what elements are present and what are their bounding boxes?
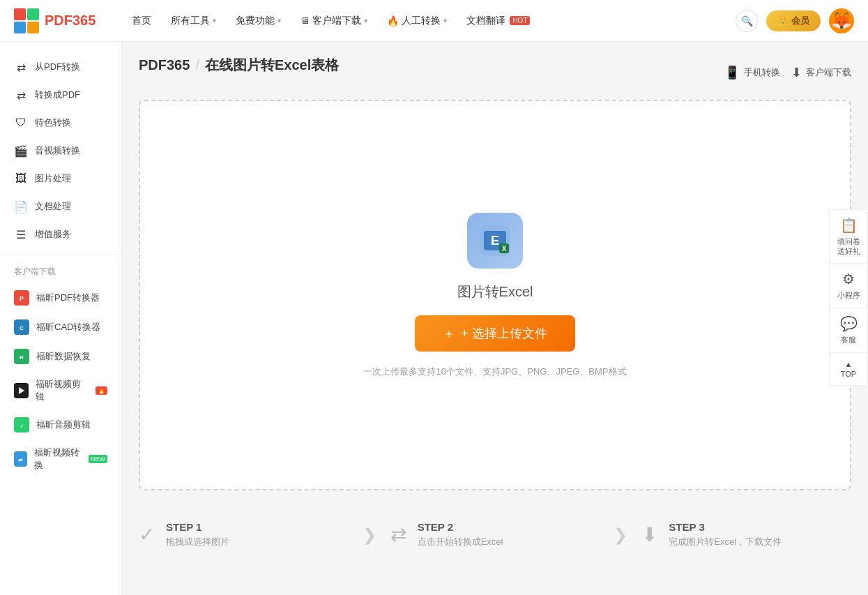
audio-edit-icon: ♪ <box>14 417 29 432</box>
avatar[interactable]: 🦊 <box>829 8 854 33</box>
header-actions: 🔍 👑 会员 🦊 <box>736 8 854 33</box>
doc-icon: 📄 <box>14 199 28 213</box>
header: PDF365 首页 所有工具 ▾ 免费功能 ▾ 🖥 客户端下载 ▾ 🔥 人工转换… <box>0 0 868 42</box>
questionnaire-icon: 📋 <box>840 217 858 234</box>
step3-download-icon: ⬇ <box>641 523 657 546</box>
sidebar-item-special[interactable]: 🛡 特色转换 <box>0 109 121 137</box>
up-arrow-icon: ▲ <box>845 360 853 368</box>
step2-arrows-icon: ⇄ <box>390 523 406 546</box>
step-3: ⬇ STEP 3 完成图片转Excel，下载文件 <box>641 521 851 548</box>
shield-icon: 🛡 <box>14 116 28 130</box>
svg-text:P: P <box>20 295 24 302</box>
data-recovery-icon: R <box>14 349 29 364</box>
nav-manual-convert[interactable]: 🔥 人工转换 ▾ <box>379 10 455 31</box>
main-nav: 首页 所有工具 ▾ 免费功能 ▾ 🖥 客户端下载 ▾ 🔥 人工转换 ▾ 文档翻译… <box>123 10 736 31</box>
cad-converter-icon: C <box>14 319 29 335</box>
pdf-converter-icon: P <box>14 290 29 306</box>
main-content: PDF365 / 在线图片转Excel表格 📱 手机转换 ⬇ 客户端下载 <box>122 42 868 595</box>
new-badge: NEW <box>89 455 107 463</box>
sidebar-divider <box>0 254 121 255</box>
sidebar-item-vip[interactable]: ☰ 增值服务 <box>0 220 121 248</box>
sidebar-item-image[interactable]: 🖼 图片处理 <box>0 165 121 193</box>
fire-icon: 🔥 <box>387 15 399 27</box>
step1-title: STEP 1 <box>166 521 229 533</box>
back-to-top-button[interactable]: ▲ TOP <box>829 352 868 386</box>
to-pdf-icon: ⇄ <box>14 88 28 102</box>
breadcrumb-title: 在线图片转Excel表格 <box>205 56 339 75</box>
logo-icon <box>14 8 39 33</box>
from-pdf-icon: ⇄ <box>14 60 28 74</box>
svg-text:⇄: ⇄ <box>18 457 23 463</box>
nav-download[interactable]: 🖥 客户端下载 ▾ <box>292 10 376 31</box>
nav-all-tools[interactable]: 所有工具 ▾ <box>162 10 224 31</box>
hot-badge: 🔥 <box>96 386 107 395</box>
questionnaire-label: 填问卷送好礼 <box>837 236 860 257</box>
download-icon: ⬇ <box>791 65 802 80</box>
sidebar-app-audio[interactable]: ♪ 福昕音频剪辑 <box>0 410 121 439</box>
mobile-convert-button[interactable]: 📱 手机转换 <box>724 65 780 80</box>
step3-desc: 完成图片转Excel，下载文件 <box>669 536 782 548</box>
chevron-down-icon: ▾ <box>277 17 281 24</box>
logo-text: PDF365 <box>45 13 96 29</box>
customer-service-label: 客服 <box>841 335 856 345</box>
page-header: PDF365 / 在线图片转Excel表格 📱 手机转换 ⬇ 客户端下载 <box>139 56 851 89</box>
upload-button[interactable]: ＋ + 选择上传文件 <box>415 315 575 352</box>
step1-desc: 拖拽或选择图片 <box>166 536 229 548</box>
steps: ✓ STEP 1 拖拽或选择图片 ❯ ⇄ STEP 2 点击开始转换成Excel… <box>139 504 851 565</box>
vip-button[interactable]: 👑 会员 <box>766 10 821 31</box>
sidebar-item-doc[interactable]: 📄 文档处理 <box>0 193 121 220</box>
search-button[interactable]: 🔍 <box>736 10 758 32</box>
layout: ⇄ 从PDF转换 ⇄ 转换成PDF 🛡 特色转换 🎬 音视频转换 🖼 图片处理 … <box>0 42 868 595</box>
svg-text:R: R <box>20 354 24 361</box>
top-label: TOP <box>841 370 856 378</box>
vip-service-icon: ☰ <box>14 227 28 241</box>
step3-title: STEP 3 <box>669 521 782 533</box>
chevron-down-icon: ▾ <box>443 17 447 24</box>
upload-area[interactable]: E X 图片转Excel ＋ + 选择上传文件 一次上传最多支持10个文件、支持… <box>139 100 851 490</box>
sidebar-app-video-convert[interactable]: ⇄ 福昕视频转换 NEW <box>0 439 121 479</box>
svg-text:X: X <box>502 245 507 253</box>
excel-icon: E X <box>480 225 510 256</box>
questionnaire-button[interactable]: 📋 填问卷送好礼 <box>829 209 868 264</box>
logo[interactable]: PDF365 <box>14 8 96 33</box>
sidebar: ⇄ 从PDF转换 ⇄ 转换成PDF 🛡 特色转换 🎬 音视频转换 🖼 图片处理 … <box>0 42 122 595</box>
breadcrumb-separator: / <box>195 57 199 73</box>
step-arrow-1: ❯ <box>363 525 376 545</box>
customer-service-button[interactable]: 💬 客服 <box>829 308 868 352</box>
customer-service-icon: 💬 <box>840 315 858 332</box>
sidebar-item-av[interactable]: 🎬 音视频转换 <box>0 137 121 165</box>
breadcrumb-prefix: PDF365 <box>139 57 190 73</box>
chevron-down-icon: ▾ <box>364 17 367 24</box>
image-icon: 🖼 <box>14 172 28 186</box>
step-2: ⇄ STEP 2 点击开始转换成Excel <box>390 521 600 548</box>
step1-check-icon: ✓ <box>139 523 155 546</box>
sidebar-app-video-edit[interactable]: 福昕视频剪辑 🔥 <box>0 371 121 410</box>
step-arrow-2: ❯ <box>614 525 627 545</box>
nav-home[interactable]: 首页 <box>123 10 160 31</box>
nav-free[interactable]: 免费功能 ▾ <box>227 10 289 31</box>
step2-desc: 点击开始转换成Excel <box>418 536 503 548</box>
video-icon: 🎬 <box>14 144 28 158</box>
sidebar-app-pdf[interactable]: P 福昕PDF转换器 <box>0 283 121 312</box>
step2-title: STEP 2 <box>418 521 503 533</box>
mini-program-button[interactable]: ⚙ 小程序 <box>829 263 868 308</box>
page-actions: 📱 手机转换 ⬇ 客户端下载 <box>724 65 851 80</box>
chevron-down-icon: ▾ <box>213 17 216 24</box>
svg-text:♪: ♪ <box>20 421 24 429</box>
upload-hint: 一次上传最多支持10个文件、支持JPG、PNG、JPEG、BMP格式 <box>363 366 626 378</box>
sidebar-app-recovery[interactable]: R 福昕数据恢复 <box>0 342 121 371</box>
upload-icon-wrap: E X <box>467 213 523 269</box>
sidebar-app-cad[interactable]: C 福昕CAD转换器 <box>0 312 121 342</box>
float-panel: 📋 填问卷送好礼 ⚙ 小程序 💬 客服 ▲ TOP <box>829 209 868 386</box>
step-1: ✓ STEP 1 拖拽或选择图片 <box>139 521 349 548</box>
mini-program-label: 小程序 <box>837 290 860 301</box>
sidebar-item-to-pdf[interactable]: ⇄ 转换成PDF <box>0 81 121 109</box>
mini-program-icon: ⚙ <box>842 271 855 287</box>
video-edit-icon <box>14 383 29 398</box>
video-convert-icon: ⇄ <box>14 451 27 467</box>
hot-badge: HOT <box>510 16 530 25</box>
sidebar-item-from-pdf[interactable]: ⇄ 从PDF转换 <box>0 53 121 81</box>
nav-translate[interactable]: 文档翻译 HOT <box>458 10 538 31</box>
svg-text:C: C <box>20 325 24 331</box>
client-download-button[interactable]: ⬇ 客户端下载 <box>791 65 851 80</box>
